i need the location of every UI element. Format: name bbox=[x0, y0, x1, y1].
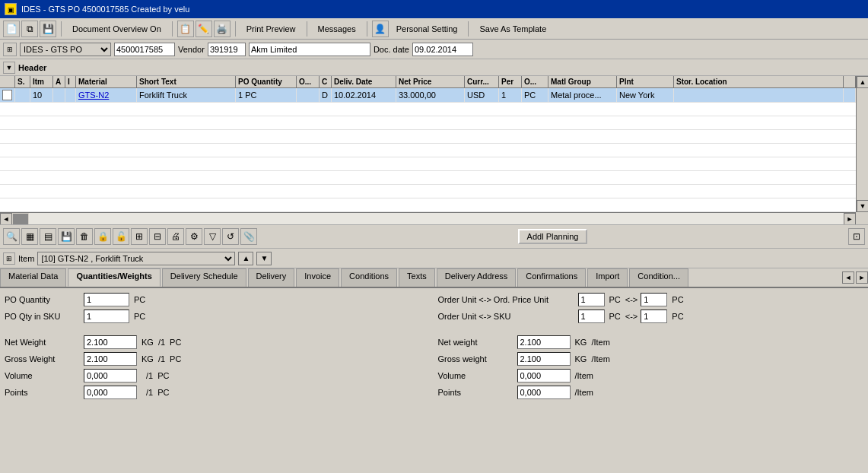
delete-btn[interactable]: 🗑 bbox=[76, 228, 93, 245]
po-qty-sku-input[interactable] bbox=[84, 310, 129, 323]
col-a[interactable]: A bbox=[53, 76, 65, 87]
lock1-btn[interactable]: 🔒 bbox=[94, 228, 111, 245]
header-section-label: Header bbox=[18, 63, 46, 72]
col-matl-group[interactable]: Matl Group bbox=[548, 76, 617, 87]
new-doc-icon[interactable]: 📄 bbox=[3, 21, 20, 37]
order-unit-sku-v2[interactable] bbox=[641, 310, 667, 323]
menu-personal-setting[interactable]: Personal Setting bbox=[390, 23, 464, 35]
tab-delivery-schedule[interactable]: Delivery Schedule bbox=[162, 268, 246, 287]
grid-vertical-scrollbar[interactable]: ▲ ▼ bbox=[856, 76, 868, 212]
multi2-btn[interactable]: ⊟ bbox=[149, 228, 166, 245]
menu-print-preview[interactable]: Print Preview bbox=[240, 23, 302, 35]
config2-btn[interactable]: ⚙ bbox=[186, 228, 202, 245]
volume-right-input[interactable] bbox=[517, 369, 571, 383]
net-weight-input[interactable] bbox=[84, 335, 137, 349]
po-quantity-input[interactable] bbox=[84, 293, 129, 306]
table-row[interactable]: 10 GTS-N2 Forklift Truck 1 PC D 10.02.20… bbox=[0, 88, 856, 103]
col-o1[interactable]: O... bbox=[297, 76, 320, 87]
volume-input[interactable] bbox=[84, 369, 137, 383]
col-itm[interactable]: Itm bbox=[30, 76, 53, 87]
item-down-btn[interactable]: ▼ bbox=[256, 252, 272, 265]
collapse-header-btn[interactable]: ▼ bbox=[3, 62, 15, 74]
order-unit-price-arrow: <-> bbox=[625, 295, 638, 304]
doc-icon[interactable]: 📋 bbox=[177, 21, 194, 37]
copy-icon[interactable]: ⧉ bbox=[21, 21, 38, 37]
tab-delivery[interactable]: Delivery bbox=[248, 268, 295, 287]
scroll-track-h[interactable] bbox=[29, 213, 844, 225]
tab-confirmations[interactable]: Confirmations bbox=[517, 268, 586, 287]
tab-conditions[interactable]: Conditions bbox=[341, 268, 397, 287]
search-btn[interactable]: 🔍 bbox=[3, 228, 20, 245]
points-input[interactable] bbox=[84, 386, 137, 399]
tab-import[interactable]: Import bbox=[587, 268, 628, 287]
menu-document-overview[interactable]: Document Overview On bbox=[66, 23, 167, 35]
item-icon[interactable]: ⊞ bbox=[3, 252, 15, 265]
edit-icon[interactable]: ✏️ bbox=[196, 21, 212, 37]
scroll-track[interactable] bbox=[857, 88, 868, 200]
tab-quantities-weights[interactable]: Quantities/Weights bbox=[68, 268, 160, 287]
doc-date-input[interactable] bbox=[412, 43, 473, 56]
extra-icon[interactable]: ⊡ bbox=[848, 228, 865, 245]
lock2-btn[interactable]: 🔓 bbox=[113, 228, 129, 245]
order-unit-sku-v1[interactable] bbox=[578, 310, 605, 323]
col-material[interactable]: Material bbox=[76, 76, 137, 87]
scroll-right-btn[interactable]: ► bbox=[844, 213, 856, 225]
grid2-btn[interactable]: ▤ bbox=[40, 228, 56, 245]
scroll-up-btn[interactable]: ▲ bbox=[857, 76, 868, 88]
save2-btn[interactable]: 💾 bbox=[58, 228, 75, 245]
form-icon[interactable]: ⊞ bbox=[3, 43, 17, 56]
tab-material-data[interactable]: Material Data bbox=[0, 268, 66, 287]
company-select[interactable]: IDES - GTS PO bbox=[20, 43, 111, 56]
multi1-btn[interactable]: ⊞ bbox=[131, 228, 148, 245]
scroll-thumb[interactable] bbox=[13, 214, 28, 224]
points-right-input[interactable] bbox=[517, 386, 571, 399]
col-s[interactable]: S. bbox=[15, 76, 30, 87]
col-po-quantity[interactable]: PO Quantity bbox=[236, 76, 297, 87]
col-deliv-date[interactable]: Deliv. Date bbox=[332, 76, 396, 87]
col-net-price[interactable]: Net Price bbox=[396, 76, 465, 87]
gross-weight-right-input[interactable] bbox=[517, 352, 571, 366]
menu-save-template[interactable]: Save As Template bbox=[473, 23, 552, 35]
scroll-left-btn[interactable]: ◄ bbox=[0, 213, 12, 225]
net-weight-right-input[interactable] bbox=[517, 335, 571, 349]
tab-nav-left[interactable]: ◄ bbox=[842, 271, 854, 284]
menu-messages[interactable]: Messages bbox=[312, 23, 362, 35]
vendor-id-input[interactable] bbox=[208, 43, 246, 56]
personal-icon[interactable]: 👤 bbox=[372, 21, 389, 37]
grid1-btn[interactable]: ▦ bbox=[21, 228, 38, 245]
reset-btn[interactable]: ↺ bbox=[222, 228, 239, 245]
col-curr[interactable]: Curr... bbox=[465, 76, 499, 87]
order-unit-price-v1[interactable] bbox=[578, 293, 605, 306]
addl-planning-button[interactable]: Addl Planning bbox=[518, 229, 588, 244]
grid-horizontal-scrollbar[interactable]: ◄ ► bbox=[0, 212, 856, 224]
print2-btn[interactable]: 🖨 bbox=[167, 228, 184, 245]
tab-texts[interactable]: Texts bbox=[399, 268, 435, 287]
item-select[interactable]: [10] GTS-N2 , Forklift Truck bbox=[37, 252, 235, 265]
order-unit-price-v2[interactable] bbox=[641, 293, 667, 306]
col-per[interactable]: Per bbox=[499, 76, 522, 87]
tab-delivery-address[interactable]: Delivery Address bbox=[437, 268, 517, 287]
col-c[interactable]: C bbox=[320, 76, 332, 87]
col-stor-location[interactable]: Stor. Location bbox=[674, 76, 844, 87]
col-plnt[interactable]: Plnt bbox=[617, 76, 674, 87]
sep4 bbox=[307, 21, 307, 37]
filter-btn[interactable]: ▽ bbox=[204, 228, 221, 245]
attach-btn[interactable]: 📎 bbox=[240, 228, 257, 245]
col-b[interactable] bbox=[844, 76, 856, 87]
volume-unit2: /1 bbox=[146, 371, 153, 380]
gross-weight-input[interactable] bbox=[84, 352, 137, 366]
vendor-name-input[interactable] bbox=[249, 43, 370, 56]
po-number-input[interactable] bbox=[114, 43, 175, 56]
msg-icon2[interactable]: 🖨️ bbox=[214, 21, 231, 37]
cell-material[interactable]: GTS-N2 bbox=[76, 88, 137, 102]
item-up-btn[interactable]: ▲ bbox=[238, 252, 253, 265]
tab-nav-right[interactable]: ► bbox=[856, 271, 868, 284]
save-icon[interactable]: 💾 bbox=[40, 21, 56, 37]
tab-invoice[interactable]: Invoice bbox=[296, 268, 339, 287]
scroll-down-btn[interactable]: ▼ bbox=[857, 200, 868, 212]
cell-o2: PC bbox=[522, 88, 548, 102]
col-o2[interactable]: O... bbox=[522, 76, 548, 87]
tab-condition-more[interactable]: Condition... bbox=[629, 268, 688, 287]
col-short-text[interactable]: Short Text bbox=[137, 76, 236, 87]
col-i[interactable]: I bbox=[65, 76, 76, 87]
